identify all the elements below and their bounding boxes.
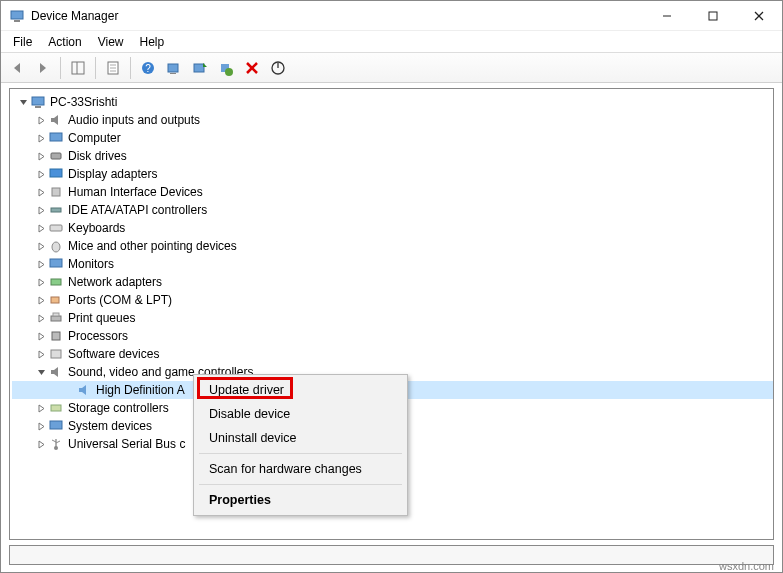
disk-icon	[48, 148, 64, 164]
sound-device-icon	[76, 382, 92, 398]
show-hide-console-button[interactable]	[66, 56, 90, 80]
expand-icon[interactable]	[34, 149, 48, 163]
menu-action[interactable]: Action	[40, 33, 89, 51]
ctx-disable-device[interactable]: Disable device	[197, 402, 404, 426]
back-button[interactable]	[5, 56, 29, 80]
close-button[interactable]	[736, 1, 782, 31]
tree-category[interactable]: Disk drives	[12, 147, 773, 165]
expand-icon[interactable]	[34, 185, 48, 199]
svg-rect-26	[50, 169, 62, 177]
svg-rect-0	[11, 11, 23, 19]
ctx-scan-hardware[interactable]: Scan for hardware changes	[197, 457, 404, 481]
titlebar: Device Manager	[1, 1, 782, 31]
expand-icon[interactable]	[34, 293, 48, 307]
tree-item-label: System devices	[68, 419, 152, 433]
ctx-uninstall-device[interactable]: Uninstall device	[197, 426, 404, 450]
expand-icon[interactable]	[34, 329, 48, 343]
expand-icon[interactable]	[34, 113, 48, 127]
minimize-button[interactable]	[644, 1, 690, 31]
tree-category[interactable]: Mice and other pointing devices	[12, 237, 773, 255]
svg-rect-39	[50, 421, 62, 429]
tree-root[interactable]: PC-33Srishti	[12, 93, 773, 111]
ide-icon	[48, 202, 64, 218]
computer-icon	[48, 130, 64, 146]
tree-category[interactable]: Audio inputs and outputs	[12, 111, 773, 129]
watermark: wsxdn.com	[719, 560, 774, 572]
spacer	[62, 383, 76, 397]
audio-icon	[48, 112, 64, 128]
printer-icon	[48, 310, 64, 326]
tree-item-label: Keyboards	[68, 221, 125, 235]
help-button[interactable]: ?	[136, 56, 160, 80]
tree-category[interactable]: Ports (COM & LPT)	[12, 291, 773, 309]
svg-rect-24	[50, 133, 62, 141]
tree-item-label: Mice and other pointing devices	[68, 239, 237, 253]
expand-icon[interactable]	[34, 311, 48, 325]
svg-rect-31	[50, 259, 62, 267]
tree-item-label: Audio inputs and outputs	[68, 113, 200, 127]
expand-icon[interactable]	[34, 203, 48, 217]
expand-icon[interactable]	[34, 221, 48, 235]
enable-button[interactable]	[266, 56, 290, 80]
svg-rect-32	[51, 279, 61, 285]
tree-item-label: Ports (COM & LPT)	[68, 293, 172, 307]
tree-category[interactable]: Display adapters	[12, 165, 773, 183]
menu-help[interactable]: Help	[132, 33, 173, 51]
expand-icon[interactable]	[34, 401, 48, 415]
svg-rect-3	[709, 12, 717, 20]
tree-item-label: Print queues	[68, 311, 135, 325]
collapse-icon[interactable]	[34, 365, 48, 379]
processor-icon	[48, 328, 64, 344]
expand-icon[interactable]	[34, 239, 48, 253]
storage-icon	[48, 400, 64, 416]
svg-rect-15	[170, 73, 176, 74]
toolbar-separator	[95, 57, 96, 79]
tree-device-label: High Definition A	[96, 383, 185, 397]
expand-icon[interactable]	[34, 347, 48, 361]
tree-item-label: IDE ATA/ATAPI controllers	[68, 203, 207, 217]
tree-item-label: Display adapters	[68, 167, 157, 181]
expand-icon[interactable]	[34, 131, 48, 145]
collapse-icon[interactable]	[16, 95, 30, 109]
system-icon	[48, 418, 64, 434]
disable-button[interactable]	[240, 56, 264, 80]
svg-rect-34	[51, 316, 61, 321]
maximize-button[interactable]	[690, 1, 736, 31]
svg-rect-14	[168, 64, 178, 72]
scan-button[interactable]	[162, 56, 186, 80]
update-driver-button[interactable]	[188, 56, 212, 80]
ctx-update-driver[interactable]: Update driver	[197, 378, 404, 402]
svg-point-30	[52, 242, 60, 252]
expand-icon[interactable]	[34, 257, 48, 271]
tree-category[interactable]: Print queues	[12, 309, 773, 327]
tree-category[interactable]: Computer	[12, 129, 773, 147]
app-icon	[9, 8, 25, 24]
status-bar	[9, 545, 774, 565]
sound-icon	[48, 364, 64, 380]
tree-category[interactable]: Network adapters	[12, 273, 773, 291]
tree-category[interactable]: Human Interface Devices	[12, 183, 773, 201]
expand-icon[interactable]	[34, 437, 48, 451]
svg-rect-16	[194, 64, 204, 72]
tree-item-label: Computer	[68, 131, 121, 145]
hid-icon	[48, 184, 64, 200]
menu-view[interactable]: View	[90, 33, 132, 51]
expand-icon[interactable]	[34, 275, 48, 289]
ctx-properties[interactable]: Properties	[197, 488, 404, 512]
uninstall-button[interactable]	[214, 56, 238, 80]
expand-icon[interactable]	[34, 419, 48, 433]
window-title: Device Manager	[31, 9, 644, 23]
expand-icon[interactable]	[34, 167, 48, 181]
tree-item-label: Network adapters	[68, 275, 162, 289]
tree-category[interactable]: Keyboards	[12, 219, 773, 237]
svg-rect-25	[51, 153, 61, 159]
tree-item-label: Disk drives	[68, 149, 127, 163]
tree-category[interactable]: Software devices	[12, 345, 773, 363]
properties-button[interactable]	[101, 56, 125, 80]
tree-category[interactable]: IDE ATA/ATAPI controllers	[12, 201, 773, 219]
menu-file[interactable]: File	[5, 33, 40, 51]
svg-rect-28	[51, 208, 61, 212]
tree-category[interactable]: Monitors	[12, 255, 773, 273]
tree-category[interactable]: Processors	[12, 327, 773, 345]
forward-button[interactable]	[31, 56, 55, 80]
